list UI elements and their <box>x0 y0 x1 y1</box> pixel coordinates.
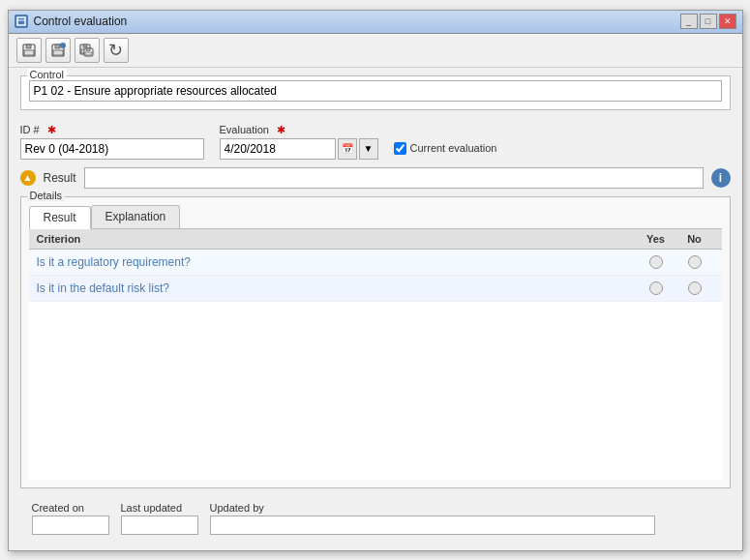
result-warning-icon: ▲ <box>20 170 36 186</box>
svg-rect-14 <box>85 52 92 55</box>
main-content: Control ID # ✱ Evaluation ✱ 📅 <box>9 68 742 550</box>
control-group: Control <box>20 75 731 110</box>
svg-rect-3 <box>26 44 31 48</box>
radio-2-no[interactable] <box>688 281 702 295</box>
criteria-header: Criterion Yes No <box>29 229 722 250</box>
tab-content-result: Criterion Yes No Is it a regulatory requ… <box>29 228 722 480</box>
window-title: Control evaluation <box>34 15 128 28</box>
details-group: Details Result Explanation Criterion Yes… <box>20 196 731 488</box>
refresh-button[interactable]: ↻ <box>104 38 129 63</box>
main-window: Control evaluation _ □ ✕ <box>8 10 743 551</box>
radio-1-yes[interactable] <box>649 255 663 269</box>
updated-by-field: Updated by <box>210 502 655 535</box>
criteria-2-yes-radio[interactable] <box>637 281 675 295</box>
criteria-1-yes-radio[interactable] <box>637 255 675 269</box>
toolbar: ↻ <box>9 34 742 68</box>
current-eval-label: Current evaluation <box>410 142 497 154</box>
result-row: ▲ Result i <box>20 167 731 189</box>
updated-by-input[interactable] <box>210 516 655 535</box>
tab-result[interactable]: Result <box>29 206 91 229</box>
criteria-2-no-radio[interactable] <box>675 281 714 295</box>
minimize-button[interactable]: _ <box>680 14 698 29</box>
criteria-text-2: Is it in the default risk list? <box>37 281 637 295</box>
svg-rect-13 <box>86 48 90 51</box>
details-tabs: Result Explanation <box>21 197 730 228</box>
id-label: ID # <box>20 124 40 135</box>
radio-1-no[interactable] <box>688 255 702 269</box>
id-eval-row: ID # ✱ Evaluation ✱ 📅 ▼ Current evalu <box>20 124 731 160</box>
calendar-button[interactable]: 📅 <box>338 138 357 160</box>
current-eval-row: Current evaluation <box>394 142 497 155</box>
info-button[interactable]: i <box>711 168 731 188</box>
svg-rect-10 <box>83 44 87 47</box>
svg-point-8 <box>60 43 66 48</box>
last-updated-input[interactable] <box>121 516 198 535</box>
close-button[interactable]: ✕ <box>719 14 736 29</box>
result-label: Result <box>44 171 76 185</box>
control-group-label: Control <box>27 69 67 80</box>
svg-rect-7 <box>53 50 63 55</box>
created-on-label: Created on <box>32 502 109 514</box>
id-field-col: ID # ✱ <box>20 124 204 160</box>
svg-rect-6 <box>55 44 60 48</box>
svg-rect-0 <box>17 17 25 25</box>
last-updated-label: Last updated <box>121 502 198 514</box>
last-updated-field: Last updated <box>121 502 198 535</box>
save-button[interactable] <box>16 38 42 63</box>
radio-2-yes[interactable] <box>649 281 663 295</box>
criteria-text-1: Is it a regulatory requirement? <box>37 255 637 269</box>
control-input[interactable] <box>29 80 722 102</box>
save3-button[interactable] <box>75 38 100 63</box>
date-field: 📅 ▼ <box>220 138 378 160</box>
eval-field-col: Evaluation ✱ 📅 ▼ <box>220 124 378 160</box>
tab-explanation[interactable]: Explanation <box>91 205 181 228</box>
eval-required-star: ✱ <box>277 124 285 136</box>
yes-header: Yes <box>637 233 675 245</box>
result-input[interactable] <box>84 167 704 189</box>
criteria-1-no-radio[interactable] <box>675 255 714 269</box>
eval-input[interactable] <box>220 138 336 160</box>
title-bar-buttons: _ □ ✕ <box>680 14 736 29</box>
updated-by-label: Updated by <box>210 502 655 514</box>
created-on-input[interactable] <box>32 516 109 535</box>
footer: Created on Last updated Updated by <box>20 496 731 543</box>
id-label-row: ID # ✱ <box>20 124 204 136</box>
no-header: No <box>675 233 714 245</box>
svg-rect-4 <box>24 50 34 55</box>
maximize-button[interactable]: □ <box>700 14 717 29</box>
title-bar: Control evaluation _ □ ✕ <box>9 11 742 34</box>
id-input[interactable] <box>20 138 204 160</box>
window-icon <box>15 15 28 28</box>
calendar-dropdown-button[interactable]: ▼ <box>359 138 378 160</box>
criteria-row: Is it in the default risk list? <box>29 276 722 302</box>
eval-label: Evaluation <box>220 124 269 135</box>
criterion-header: Criterion <box>37 233 637 245</box>
title-bar-left: Control evaluation <box>15 15 128 28</box>
created-on-field: Created on <box>32 502 109 535</box>
current-eval-checkbox[interactable] <box>394 142 406 155</box>
details-group-label: Details <box>27 190 66 201</box>
criteria-row: Is it a regulatory requirement? <box>29 250 722 276</box>
save2-button[interactable] <box>45 38 71 63</box>
eval-label-row: Evaluation ✱ <box>220 124 378 136</box>
id-required-star: ✱ <box>47 124 56 136</box>
